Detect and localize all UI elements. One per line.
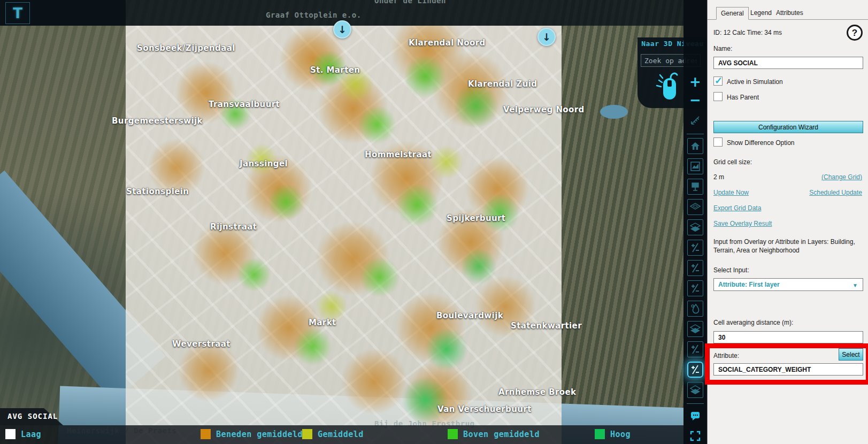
legend-item-label: Hoog [610,430,631,439]
export-grid-data-link[interactable]: Export Grid Data [713,204,761,212]
layers-outline-icon[interactable] [687,199,703,215]
legend-item-label: Gemiddeld [318,430,364,439]
has-parent-checkbox[interactable] [713,92,723,101]
map-toolbar: + − [683,0,707,444]
legend-item-label: Beneden gemiddeld [216,430,303,439]
select-input-value: Attribute: First layer [718,281,780,288]
legend-item: Hoog [595,429,631,439]
cell-averaging-input[interactable] [713,331,863,343]
input-note-line1: Input from Overlay or Attribute in Layer… [713,238,855,246]
overlay-name-label: AVG SOCIAL [7,412,58,420]
home-icon[interactable] [687,138,703,154]
calc-overlay-icon-3[interactable] [687,280,703,296]
mouse-hint-icon [651,68,686,104]
neighborhood-label: Velperweg Noord [503,105,585,114]
neighborhood-label: Weverstraat [172,339,231,349]
calc-overlay-icon-2[interactable] [687,260,703,276]
save-overlay-result-link[interactable]: Save Overlay Result [713,220,772,227]
toolbar-divider [687,134,704,134]
update-now-link[interactable]: Update Now [713,189,749,196]
attribute-input[interactable] [713,363,863,376]
neighborhood-label: Klarendal Zuid [468,79,537,89]
neighborhood-label: Markt [309,318,336,327]
legend-item: Boven gemiddeld [448,429,540,439]
select-input-dropdown[interactable]: Attribute: First layer ▼ [713,278,863,291]
calc-overlay-icon-active[interactable] [687,362,703,378]
overlay-settings-panel: General Legend Attributes ID: 12 Calc Ti… [707,0,868,444]
neighborhood-label: Boulevardwijk [436,311,503,320]
select-input-label: Select Input: [713,266,749,274]
calc-overlay-icon-4[interactable] [687,341,703,357]
help-button[interactable]: ? [847,25,863,41]
legend-item: Beneden gemiddeld [201,429,303,439]
app-logo[interactable]: T [5,2,30,24]
name-label: Name: [713,45,732,52]
neighborhood-label: St. Marten [310,65,360,75]
legend-color-swatch [448,429,458,439]
neighborhood-label-faint: Onder de Linden [374,0,446,5]
neighborhood-label: Statenkwartier [511,321,582,331]
neighborhood-label: Burgemeesterswijk [112,116,203,126]
neighborhood-label: Klarendal Noord [409,38,486,48]
zoom-out-button[interactable]: − [683,93,707,107]
zoom-in-button[interactable]: + [683,75,707,89]
show-difference-label: Show Difference Option [727,139,795,147]
neighborhood-label: Spijkerbuurt [447,213,505,223]
id-calc-time-label: ID: 12 Calc Time: 34 ms [713,29,782,36]
calc-overlay-icon[interactable] [687,240,703,256]
active-in-simulation-label: Active in Simulation [727,78,783,86]
grid-cell-size-value: 2 m [713,173,724,181]
measure-icon[interactable] [687,112,703,128]
cell-averaging-label: Cell averaging distance (m): [713,319,793,326]
layers-filled-icon[interactable] [687,219,703,235]
neighborhood-label: Stationsplein [126,187,189,196]
legend-color-swatch [201,429,211,439]
pond [600,105,628,119]
has-parent-label: Has Parent [727,94,759,101]
legend-item: Laag [5,429,41,439]
attribute-label: Attribute: [713,352,739,359]
neighborhood-label: Transvaalbuurt [209,99,280,109]
tab-general[interactable]: General [716,7,749,20]
layers-filled-icon-2[interactable] [687,321,703,337]
configuration-wizard-button[interactable]: Configuration Wizard [713,121,863,133]
chevron-down-icon: ▼ [852,282,858,288]
chat-icon[interactable] [687,408,703,424]
neighborhood-label: Sonsbeek/Zijpendaal [137,43,235,53]
application-window: T Sonsbeek/ZijpendaalKlarendal NoordSt. … [0,0,868,444]
scheduled-update-link[interactable]: Scheduled Update [809,189,862,196]
legend-item: Gemiddeld [302,429,364,439]
neighborhood-label: Hommelstraat [365,150,432,159]
legend-color-swatch [595,429,605,439]
active-in-simulation-checkbox[interactable] [713,76,723,86]
name-input[interactable] [713,57,863,69]
neighborhood-label-faint: Graaf Ottoplein e.o. [266,11,362,19]
panel-tab-bar: General Legend Attributes [708,7,868,20]
legend-color-swatch [302,429,312,439]
map-pin-marker[interactable]: ↓ [333,20,351,39]
fullscreen-icon[interactable] [687,428,703,444]
attribute-select-button[interactable]: Select [839,348,863,361]
legend-color-swatch [5,429,16,439]
neighborhood-label: Rijnstraat [210,222,257,232]
toolbar-divider [687,403,704,404]
billboard-icon[interactable] [687,179,703,195]
neighborhood-label: Janssingel [240,159,288,169]
layers-filled-icon-3[interactable] [687,382,703,398]
map-viewport[interactable]: T Sonsbeek/ZijpendaalKlarendal NoordSt. … [0,0,683,444]
grid-cell-size-label: Grid cell size: [713,158,752,166]
water-overlay-icon[interactable] [687,301,703,317]
show-difference-checkbox[interactable] [713,137,723,147]
chart-icon[interactable] [687,158,703,174]
input-note-line2: Terrain, Area or Neighborhood [713,247,800,254]
map-pin-marker[interactable]: ↓ [537,28,556,46]
legend-item-label: Boven gemiddeld [463,430,540,439]
neighborhood-label: Arnhemse Broek [498,387,576,397]
neighborhood-label: Van Verschuerbuurt [437,404,532,414]
logo-icon: T [13,5,22,22]
change-grid-link[interactable]: (Change Grid) [821,173,862,181]
legend-item-label: Laag [21,430,41,439]
tab-attributes[interactable]: Attributes [772,7,808,20]
